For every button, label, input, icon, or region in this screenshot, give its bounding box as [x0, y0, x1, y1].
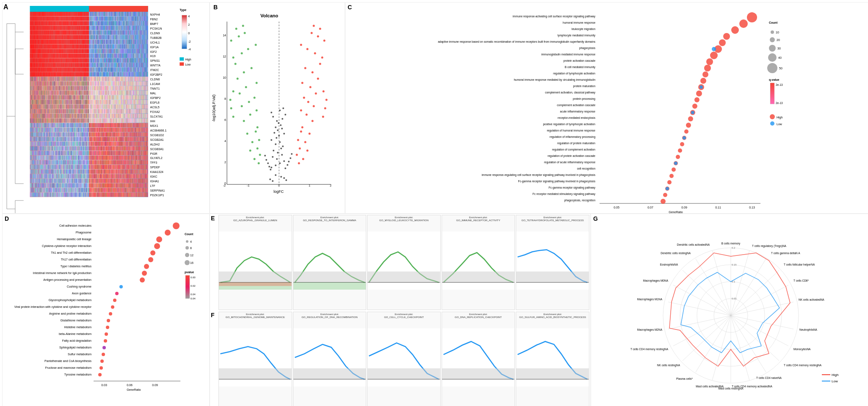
- svg-rect-3432: [75, 123, 76, 127]
- svg-text:Fc-gamma receptor signaling pa: Fc-gamma receptor signaling pathway invo…: [518, 180, 596, 183]
- svg-point-5664: [275, 126, 276, 128]
- svg-rect-5553: [93, 192, 94, 197]
- svg-rect-4132: [75, 146, 76, 151]
- svg-rect-2859: [64, 104, 65, 109]
- svg-rect-2669: [141, 95, 141, 99]
- svg-rect-352: [75, 21, 76, 25]
- svg-rect-3158: [80, 114, 81, 118]
- svg-rect-2507: [122, 91, 123, 95]
- svg-rect-3493: [127, 123, 128, 127]
- svg-rect-459: [48, 26, 49, 30]
- svg-rect-968: [123, 40, 124, 44]
- svg-rect-4466: [121, 156, 122, 160]
- svg-rect-4239: [48, 151, 49, 155]
- svg-rect-2376: [130, 86, 130, 90]
- svg-rect-5447: [122, 188, 123, 192]
- svg-rect-4187: [122, 146, 123, 151]
- svg-rect-2479: [98, 91, 99, 95]
- svg-rect-2707: [54, 100, 55, 104]
- svg-rect-3331: [108, 118, 109, 123]
- svg-rect-879: [48, 40, 49, 44]
- svg-rect-4330: [124, 151, 125, 155]
- svg-rect-5935: [368, 368, 440, 379]
- svg-rect-2433: [59, 91, 60, 95]
- svg-point-5716: [254, 158, 256, 160]
- svg-rect-1653: [110, 63, 111, 67]
- svg-text:B cell mediated immunity: B cell mediated immunity: [565, 66, 596, 69]
- svg-rect-1792: [109, 67, 110, 71]
- svg-rect-4067: [139, 142, 140, 146]
- svg-rect-3725: [86, 132, 87, 137]
- svg-rect-852: [143, 35, 144, 39]
- svg-rect-755: [61, 35, 62, 39]
- svg-rect-2364: [119, 86, 120, 90]
- svg-point-5885: [109, 312, 112, 315]
- svg-rect-1405: [137, 54, 138, 58]
- svg-rect-254: [111, 16, 112, 21]
- svg-rect-1057: [80, 44, 80, 49]
- svg-rect-1843: [34, 72, 35, 76]
- svg-rect-4765: [137, 165, 138, 169]
- svg-rect-3780: [133, 132, 134, 137]
- svg-rect-714: [145, 30, 146, 35]
- svg-rect-4354: [145, 151, 146, 155]
- svg-rect-696: [130, 30, 130, 35]
- svg-rect-4524: [52, 160, 53, 164]
- svg-text:Low: Low: [185, 63, 191, 66]
- svg-rect-5296: [113, 183, 113, 187]
- svg-rect-1939: [115, 72, 116, 76]
- svg-rect-741: [50, 35, 50, 39]
- svg-rect-1336: [79, 54, 80, 58]
- svg-rect-1913: [93, 72, 94, 76]
- svg-rect-4714: [94, 165, 95, 169]
- svg-rect-2948: [140, 104, 141, 109]
- svg-rect-5330: [141, 183, 142, 187]
- svg-text:regulation of acute inflammato: regulation of acute inflammatory respons…: [544, 161, 595, 164]
- svg-point-5743: [242, 25, 244, 27]
- svg-rect-1376: [113, 54, 113, 58]
- svg-rect-3651: [142, 128, 143, 132]
- svg-rect-4394: [60, 156, 61, 160]
- svg-rect-1543: [135, 58, 136, 62]
- svg-rect-3182: [101, 114, 102, 118]
- gene-label: CLDN9: [150, 32, 160, 35]
- svg-rect-679: [115, 30, 116, 35]
- svg-rect-4274: [77, 151, 78, 155]
- svg-rect-1241: [117, 49, 118, 53]
- svg-rect-5429: [107, 188, 108, 192]
- svg-rect-4310: [108, 151, 108, 155]
- svg-rect-1651: [108, 63, 109, 67]
- svg-rect-3598: [97, 128, 98, 132]
- svg-rect-4200: [133, 146, 134, 151]
- x-axis-label: logFC: [274, 189, 284, 194]
- svg-rect-407: [122, 21, 123, 25]
- svg-rect-115: [112, 12, 113, 16]
- svg-rect-2921: [117, 104, 118, 109]
- svg-rect-660: [99, 30, 100, 35]
- svg-text:Intestinal immune network for : Intestinal immune network for IgA produc…: [33, 272, 91, 275]
- svg-rect-4901: [134, 169, 135, 173]
- svg-rect-5590: [124, 192, 125, 197]
- svg-rect-2525: [137, 91, 138, 95]
- svg-rect-2153: [59, 81, 60, 85]
- svg-rect-3261: [50, 118, 50, 123]
- svg-rect-4029: [107, 142, 108, 146]
- svg-rect-151: [142, 12, 143, 16]
- svg-rect-1795: [112, 67, 113, 71]
- svg-rect-576: [147, 26, 147, 30]
- svg-rect-3474: [111, 123, 112, 127]
- svg-point-5702: [300, 44, 302, 46]
- svg-rect-693: [127, 30, 128, 35]
- svg-rect-383: [102, 21, 102, 25]
- svg-rect-5123: [85, 178, 86, 183]
- volcano-title: Volcano: [260, 13, 278, 18]
- svg-rect-1192: [75, 49, 76, 53]
- svg-rect-1761: [83, 67, 84, 71]
- svg-rect-3838: [64, 137, 64, 141]
- svg-rect-473: [59, 26, 60, 30]
- svg-rect-1643: [102, 63, 102, 67]
- svg-rect-5045: [137, 174, 138, 178]
- svg-rect-2509: [124, 91, 124, 95]
- svg-rect-3940: [32, 142, 33, 146]
- svg-rect-1785: [103, 67, 104, 71]
